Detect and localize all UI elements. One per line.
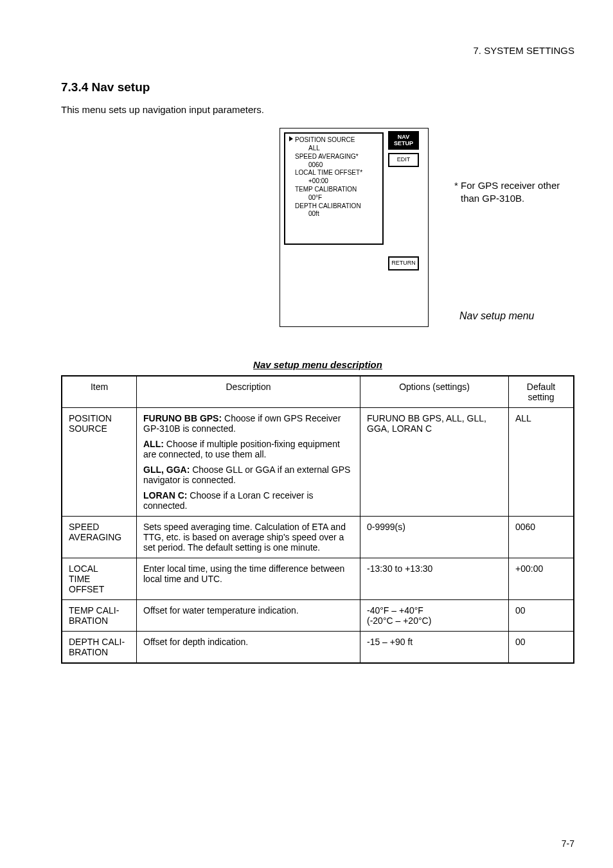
menu-item-value: 0060 [289, 161, 380, 170]
table-row: TEMP CALI-BRATIONOffset for water temper… [62, 600, 574, 632]
section-heading: 7.3.4 Nav setup [61, 80, 574, 94]
cell-item: TEMP CALI-BRATION [62, 600, 137, 632]
softkey-nav-setup: NAV SETUP [388, 131, 419, 150]
cell-default: ALL [509, 408, 574, 517]
softkey-edit: EDIT [388, 153, 419, 166]
page-number: 7-7 [562, 838, 574, 849]
cell-default: +00:00 [509, 558, 574, 600]
menu-box: POSITION SOURCE ALL SPEED AVERAGING* 006… [284, 132, 384, 245]
col-desc: Description [137, 376, 360, 408]
cell-item: DEPTH CALI-BRATION [62, 632, 137, 664]
screen-outline: POSITION SOURCE ALL SPEED AVERAGING* 006… [280, 128, 429, 327]
table-row: DEPTH CALI-BRATIONOffset for depth indic… [62, 632, 574, 664]
cell-options: 0-9999(s) [360, 517, 509, 558]
cell-options: -13:30 to +13:30 [360, 558, 509, 600]
figure-caption: Nav setup menu [459, 310, 535, 322]
softkey-return: RETURN [388, 256, 419, 270]
menu-item-value: 00ft [289, 210, 380, 218]
cell-options: -40°F – +40°F(-20°C – +20°C) [360, 600, 509, 632]
cell-item: LOCALTIMEOFFSET [62, 558, 137, 600]
menu-item-value: +00:00 [289, 177, 380, 186]
table-row: LOCALTIMEOFFSETEnter local time, using t… [62, 558, 574, 600]
cell-description: Offset for depth indication. [137, 632, 360, 664]
col-item: Item [62, 376, 137, 408]
softkey-column: NAV SETUP EDIT RETURN [388, 131, 425, 166]
intro-text: This menu sets up navigation input param… [61, 103, 280, 116]
menu-item-label: TEMP CALIBRATION [289, 186, 380, 194]
table-header-row: Item Description Options (settings) Defa… [62, 376, 574, 408]
cell-options: -15 – +90 ft [360, 632, 509, 664]
menu-item-label: SPEED AVERAGING* [289, 153, 380, 161]
cell-default: 00 [509, 632, 574, 664]
menu-item-label: LOCAL TIME OFFSET* [289, 169, 380, 177]
col-default: Default setting [509, 376, 574, 408]
spec-table-wrap: Nav setup menu description Item Descript… [61, 359, 574, 664]
footnote: * For GPS receiver other than GP-310B. [454, 179, 602, 204]
table-row: POSITIONSOURCEFURUNO BB GPS: Choose if o… [62, 408, 574, 517]
table-title: Nav setup menu description [61, 359, 574, 370]
cell-description: Enter local time, using the time differe… [137, 558, 360, 600]
cell-description: Sets speed averaging time. Calculation o… [137, 517, 360, 558]
screen-illustration: POSITION SOURCE ALL SPEED AVERAGING* 006… [61, 128, 574, 340]
col-options: Options (settings) [360, 376, 509, 408]
cell-item: POSITIONSOURCE [62, 408, 137, 517]
spec-table: Item Description Options (settings) Defa… [61, 375, 574, 664]
cell-options: FURUNO BB GPS, ALL, GLL, GGA, LORAN C [360, 408, 509, 517]
cell-description: Offset for water temperature indication. [137, 600, 360, 632]
menu-item-value: 00°F [289, 194, 380, 202]
selection-pointer-icon [289, 136, 293, 141]
menu-item-value: ALL [289, 145, 380, 153]
menu-item-label: POSITION SOURCE [295, 136, 355, 143]
cell-description: FURUNO BB GPS: Choose if own GPS Receive… [137, 408, 360, 517]
cell-default: 0060 [509, 517, 574, 558]
menu-item-label: DEPTH CALIBRATION [289, 202, 380, 211]
softkey-label: SETUP [394, 140, 413, 146]
footnote-line: * For GPS receiver other [454, 180, 560, 191]
cell-default: 00 [509, 600, 574, 632]
table-row: SPEEDAVERAGINGSets speed averaging time.… [62, 517, 574, 558]
cell-item: SPEEDAVERAGING [62, 517, 137, 558]
chapter-heading: 7. SYSTEM SETTINGS [473, 45, 574, 56]
footnote-line: than GP-310B. [454, 193, 524, 204]
